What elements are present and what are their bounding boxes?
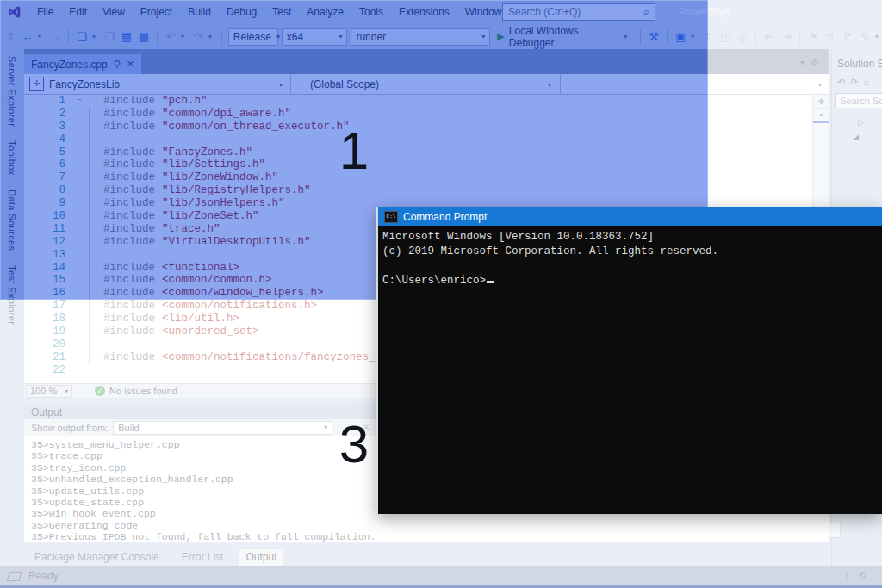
terminal-prompt[interactable]: C:\Users\enrico> bbox=[382, 274, 882, 288]
command-prompt-icon: C:\ bbox=[384, 211, 398, 223]
terminal-line bbox=[382, 259, 882, 274]
terminal-output[interactable]: Microsoft Windows [Version 10.0.18363.75… bbox=[378, 226, 882, 514]
terminal-cursor bbox=[487, 281, 494, 283]
zone-1-number: 1 bbox=[339, 120, 369, 181]
screen: FileEditViewProjectBuildDebugTestAnalyze… bbox=[0, 0, 882, 588]
command-prompt-titlebar[interactable]: C:\ Command Prompt bbox=[378, 207, 882, 226]
zone-3-number: 3 bbox=[339, 413, 369, 474]
terminal-line: (c) 2019 Microsoft Corporation. All righ… bbox=[382, 244, 882, 259]
command-prompt-title: Command Prompt bbox=[403, 211, 487, 223]
command-prompt-window[interactable]: C:\ Command Prompt Microsoft Windows [Ve… bbox=[376, 207, 882, 514]
terminal-line: Microsoft Windows [Version 10.0.18363.75… bbox=[382, 230, 882, 244]
